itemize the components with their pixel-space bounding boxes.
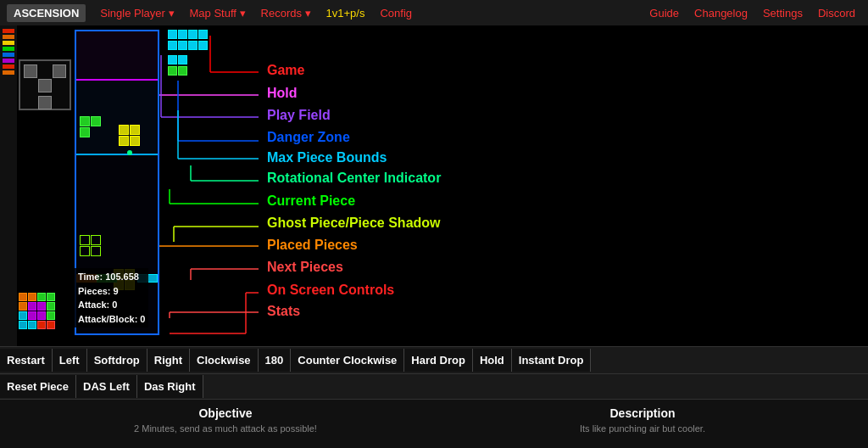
btn-softdrop[interactable]: Softdrop (87, 349, 147, 372)
hold-cell (53, 64, 66, 78)
game-display: Time: 105.658 Pieces: 9 Attack: 0 Attack… (0, 25, 259, 346)
label-game: Game (267, 63, 304, 78)
btn-das-right[interactable]: Das Right (137, 375, 203, 398)
btn-das-left[interactable]: DAS Left (76, 375, 137, 398)
yellow-piece (119, 125, 140, 146)
btn-right[interactable]: Right (147, 349, 190, 372)
labels-area: Game Hold Play Field Danger Zone Max Pie… (259, 25, 868, 346)
btn-restart[interactable]: Restart (0, 349, 53, 372)
description-title: Description (434, 406, 851, 420)
hold-cell (38, 79, 52, 92)
main-content: Time: 105.658 Pieces: 9 Attack: 0 Attack… (0, 25, 868, 346)
btn-counter-clockwise[interactable]: Counter Clockwise (291, 349, 404, 372)
hold-piece-grid (20, 61, 70, 96)
label-placed-pieces: Placed Pieces (267, 238, 358, 253)
nav-config[interactable]: Config (374, 4, 418, 22)
nav-single-player[interactable]: Single Player ▾ (94, 4, 180, 22)
nav-guide[interactable]: Guide (643, 4, 685, 22)
nav-records[interactable]: Records ▾ (255, 4, 317, 22)
nav-settings[interactable]: Settings (757, 4, 809, 22)
nav-1v1[interactable]: 1v1+p/s (320, 4, 371, 22)
hold-cell (53, 79, 66, 92)
hold-cell (24, 64, 37, 78)
hold-box (19, 59, 71, 110)
hold-cell (24, 79, 37, 92)
nav-map-stuff[interactable]: Map Stuff ▾ (184, 4, 252, 22)
label-on-screen-controls: On Screen Controls (267, 283, 394, 298)
hold-cell (24, 96, 37, 109)
next-row-2 (168, 41, 214, 50)
label-max-piece-bounds: Max Piece Bounds (267, 150, 387, 165)
objective-title: Objective (17, 406, 434, 420)
hold-cell (38, 96, 52, 109)
stat-attack: Attack: 0 (78, 298, 145, 312)
nav-right-group: Guide Changelog Settings Discord (643, 4, 861, 22)
navbar: ASCENSION Single Player ▾ Map Stuff ▾ Re… (0, 0, 868, 25)
btn-instant-drop[interactable]: Instant Drop (512, 349, 592, 372)
ghost-piece (80, 235, 101, 256)
next-row-1 (168, 30, 214, 39)
btn-left[interactable]: Left (53, 349, 87, 372)
rot-center-dot (127, 150, 132, 155)
hold-cell (38, 64, 52, 78)
controls-bar-1: Restart Left Softdrop Right Clockwise 18… (0, 346, 868, 373)
left-sidebar (0, 25, 17, 346)
danger-zone-highlight (76, 31, 158, 81)
btn-hard-drop[interactable]: Hard Drop (404, 349, 473, 372)
label-next-pieces: Next Pieces (267, 260, 343, 275)
stat-pieces: Pieces: 9 (78, 284, 145, 299)
next-row-4 (168, 66, 214, 76)
stat-attack-block: Attack/Block: 0 (78, 312, 145, 327)
sidebar-piece-1 (3, 29, 14, 33)
sidebar-piece-6 (3, 59, 14, 63)
btn-hold[interactable]: Hold (473, 349, 512, 372)
label-stats: Stats (267, 304, 300, 319)
label-hold: Hold (267, 86, 298, 101)
current-piece (80, 116, 101, 137)
bottom-info: Objective 2 Minutes, send as much attack… (0, 399, 868, 448)
hold-piece-grid-2 (20, 96, 70, 109)
label-danger-zone: Danger Zone (267, 130, 350, 145)
label-play-field: Play Field (267, 108, 331, 123)
nav-discord[interactable]: Discord (812, 4, 861, 22)
btn-reset-piece[interactable]: Reset Piece (0, 375, 76, 398)
description-desc: Its like punching air but cooler. (434, 423, 851, 434)
sidebar-piece-5 (3, 53, 14, 57)
btn-clockwise[interactable]: Clockwise (190, 349, 259, 372)
stat-time: Time: 105.658 (78, 270, 145, 284)
objective-col: Objective 2 Minutes, send as much attack… (17, 406, 434, 434)
label-current-piece: Current Piece (267, 193, 355, 209)
next-row-3 (168, 55, 214, 64)
bottom-left-stacks (19, 293, 55, 329)
nav-changelog[interactable]: Changelog (688, 4, 754, 22)
objective-desc: 2 Minutes, send as much attack as possib… (17, 423, 434, 434)
next-pieces-box (168, 30, 214, 77)
sidebar-piece-8 (3, 70, 14, 75)
btn-180[interactable]: 180 (259, 349, 292, 372)
hold-cell (53, 96, 66, 109)
sidebar-piece-7 (3, 64, 14, 69)
controls-bar-2: Reset Piece DAS Left Das Right (0, 373, 868, 399)
brand-logo: ASCENSION (7, 4, 86, 22)
label-rotational-center: Rotational Center Indicator (267, 171, 441, 186)
sidebar-piece-4 (3, 47, 14, 51)
stats-box: Time: 105.658 Pieces: 9 Attack: 0 Attack… (75, 268, 148, 328)
label-ghost-piece: Ghost Piece/Piece Shadow (267, 216, 441, 231)
sidebar-piece-2 (3, 35, 14, 39)
sidebar-piece-3 (3, 41, 14, 45)
description-col: Description Its like punching air but co… (434, 406, 851, 434)
